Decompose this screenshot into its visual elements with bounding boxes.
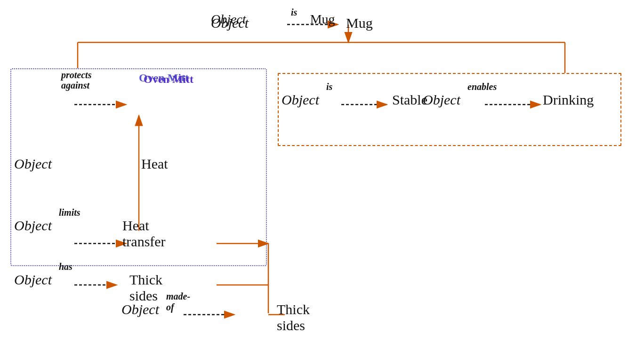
oven-mitt-label-text: Oven Mitt xyxy=(144,73,193,86)
node-madeof-thicksides: Object made-of Thick sides xyxy=(121,301,159,317)
diagram-container: Oven Mitt Mug: dotted horizontal arrow -… xyxy=(0,0,644,341)
node-has-thicksides: Object has Thick sides xyxy=(14,272,52,288)
node-object-is-mug-target: Mug xyxy=(310,12,335,27)
label-is-mug: is xyxy=(291,7,297,18)
node-is-stable: Object is Stable xyxy=(282,92,319,108)
node-enables-drinking: Object enables Drinking xyxy=(423,92,460,108)
object-mug-subject: Object xyxy=(211,15,249,31)
mug-target: Mug xyxy=(346,15,373,31)
node-limits-heattransfer: Object limits Heat transfer xyxy=(14,218,52,234)
